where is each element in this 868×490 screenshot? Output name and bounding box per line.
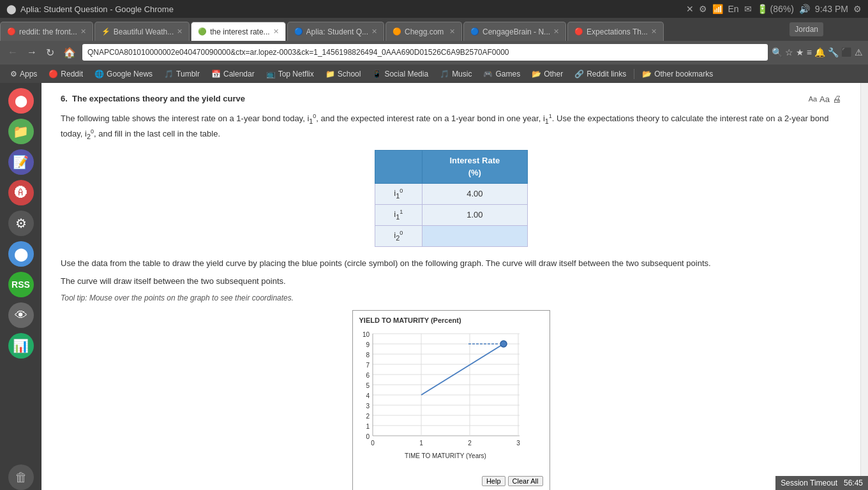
sidebar-ubuntu-icon[interactable]: ⬤ bbox=[8, 88, 34, 114]
graph-svg[interactable]: 10 9 8 7 6 5 4 3 2 1 0 bbox=[357, 327, 545, 474]
tab-weather[interactable]: ⚡ Beautiful Weath... ✕ bbox=[94, 22, 190, 41]
tab-favicon-chegg: 🟠 bbox=[393, 27, 401, 36]
x-label-2: 2 bbox=[468, 440, 472, 447]
tab-close-cengage[interactable]: ✕ bbox=[553, 27, 559, 36]
table-cell-input-3[interactable] bbox=[423, 226, 527, 247]
font-small[interactable]: Aa bbox=[809, 94, 817, 105]
i2-input[interactable] bbox=[449, 232, 500, 241]
bookmark-social-media[interactable]: 📱 Social Media bbox=[367, 68, 433, 80]
bookmark-google-news-label: Google News bbox=[107, 70, 153, 78]
interest-rate-table: Interest Rate(%) i10 4.00 i11 1.00 i20 bbox=[375, 150, 528, 247]
chrome-icon: ⬤ bbox=[6, 4, 17, 14]
tab-close-chegg[interactable]: ✕ bbox=[449, 27, 455, 36]
home-button[interactable]: 🏠 bbox=[61, 45, 79, 60]
bookmarks-separator bbox=[634, 69, 634, 79]
table-cell-value-1: 4.00 bbox=[423, 183, 527, 204]
rss-icon: RSS bbox=[11, 279, 30, 290]
social-media-icon: 📱 bbox=[372, 70, 382, 78]
sidebar-files-icon[interactable]: 📁 bbox=[8, 119, 34, 144]
tab-close-aplia[interactable]: ✕ bbox=[371, 27, 377, 36]
sidebar-settings-icon[interactable]: ⚙ bbox=[8, 211, 34, 236]
other-bookmarks-icon: 📂 bbox=[642, 70, 652, 78]
games-icon: 🎮 bbox=[483, 70, 493, 78]
tab-label-expectations: Expectations Th... bbox=[587, 27, 648, 36]
bookmark-apps[interactable]: ⚙ Apps bbox=[5, 68, 42, 80]
table-row-2: i11 1.00 bbox=[375, 205, 527, 226]
tab-chegg[interactable]: 🟠 Chegg.com ✕ bbox=[385, 22, 462, 41]
question-intro: The following table shows the interest r… bbox=[61, 112, 841, 142]
chrome-icon: ⬤ bbox=[14, 246, 28, 262]
tab-cengage[interactable]: 🔵 CengageBrain - N... ✕ bbox=[463, 22, 566, 41]
music-icon: 🎵 bbox=[440, 70, 449, 78]
zoom-icon[interactable]: 🔍 bbox=[772, 47, 782, 57]
table-cell-label-2: i11 bbox=[375, 205, 423, 226]
bookmark-reddit-links[interactable]: 🔗 Reddit links bbox=[569, 68, 631, 80]
tab-aplia[interactable]: 🔵 Aplia: Student Q... ✕ bbox=[287, 22, 384, 41]
settings-icon: ⚙ bbox=[853, 4, 862, 14]
title-bar: ⬤ Aplia: Student Question - Google Chrom… bbox=[0, 0, 868, 18]
url-input[interactable] bbox=[82, 44, 768, 61]
data-point[interactable] bbox=[500, 341, 507, 347]
bookmark-other[interactable]: 📂 Other bbox=[527, 68, 568, 80]
graph-y-label: YIELD TO MATURITY (Percent) bbox=[356, 314, 546, 327]
table-row-1: i10 4.00 bbox=[375, 183, 527, 204]
bookmark-icon[interactable]: ★ bbox=[796, 47, 804, 57]
sidebar-monitor-icon[interactable]: 📊 bbox=[8, 333, 34, 359]
y-label-3: 3 bbox=[366, 403, 370, 410]
tab-expectations[interactable]: 🔴 Expectations Th... ✕ bbox=[567, 22, 664, 41]
graph-controls: Help Clear All bbox=[356, 474, 546, 488]
bookmark-other-bookmarks[interactable]: 📂 Other bookmarks bbox=[637, 68, 718, 80]
bookmark-music[interactable]: 🎵 Music bbox=[435, 68, 477, 80]
font-medium[interactable]: Aa bbox=[819, 93, 830, 106]
tab-favicon-aplia: 🔵 bbox=[294, 27, 303, 36]
question-number: 6. bbox=[61, 94, 70, 103]
session-timeout: Session Timeout 56:45 bbox=[775, 476, 868, 490]
bookmark-tumblr[interactable]: 🎵 Tumblr bbox=[159, 68, 205, 80]
tab-close-interest[interactable]: ✕ bbox=[273, 27, 279, 36]
tab-close-weather[interactable]: ✕ bbox=[177, 27, 183, 36]
tab-interest[interactable]: 🟢 the interest rate... ✕ bbox=[191, 22, 285, 41]
print-icon[interactable]: 🖨 bbox=[832, 93, 841, 106]
bookmark-google-news[interactable]: 🌐 Google News bbox=[89, 68, 158, 80]
sidebar-rss-icon[interactable]: RSS bbox=[8, 272, 34, 297]
back-button[interactable]: ← bbox=[5, 45, 20, 59]
sidebar-app2-icon[interactable]: 👁 bbox=[8, 302, 34, 328]
sidebar-text-icon[interactable]: 📝 bbox=[8, 149, 34, 175]
bookmark-school-label: School bbox=[338, 70, 361, 78]
scrollbar[interactable] bbox=[860, 83, 868, 490]
sidebar-trash-icon[interactable]: 🗑 bbox=[8, 464, 34, 490]
extension-icon-2[interactable]: ⬛ bbox=[841, 47, 852, 57]
menu-icon[interactable]: ≡ bbox=[807, 47, 812, 57]
bookmark-games[interactable]: 🎮 Games bbox=[478, 68, 525, 80]
table-cell-label-3: i20 bbox=[375, 226, 423, 247]
bookmark-netflix[interactable]: 📺 Top Netflix bbox=[261, 68, 319, 80]
clear-all-button[interactable]: Clear All bbox=[508, 476, 543, 486]
clock: 9:43 PM bbox=[815, 4, 848, 14]
table-cell-label-1: i10 bbox=[375, 183, 423, 204]
table-col-bond bbox=[375, 150, 423, 183]
reload-button[interactable]: ↻ bbox=[43, 45, 57, 60]
bookmark-reddit[interactable]: 🔴 Reddit bbox=[43, 68, 88, 80]
bookmark-social-media-label: Social Media bbox=[384, 70, 428, 78]
help-button[interactable]: Help bbox=[482, 476, 505, 486]
graph-inner[interactable]: 10 9 8 7 6 5 4 3 2 1 0 bbox=[357, 327, 545, 474]
tab-close-reddit[interactable]: ✕ bbox=[80, 27, 86, 36]
bookmarks-bar: ⚙ Apps 🔴 Reddit 🌐 Google News 🎵 Tumblr 📅… bbox=[0, 64, 868, 83]
network-icon: 📶 bbox=[712, 4, 723, 14]
sidebar-chrome-icon[interactable]: ⬤ bbox=[8, 241, 34, 267]
bookmark-school[interactable]: 📁 School bbox=[320, 68, 366, 80]
forward-button[interactable]: → bbox=[24, 45, 40, 59]
y-label-9: 9 bbox=[366, 341, 370, 348]
extension-icon-3[interactable]: ⚠ bbox=[855, 47, 863, 57]
lang-indicator: En bbox=[728, 4, 739, 14]
bookmark-other-bookmarks-label: Other bookmarks bbox=[654, 70, 713, 78]
tab-reddit[interactable]: 🔴 reddit: the front... ✕ bbox=[0, 22, 93, 41]
address-action-icons: 🔍 ☆ ★ ≡ 🔔 🔧 ⬛ ⚠ bbox=[772, 47, 863, 57]
y-label-2: 2 bbox=[366, 413, 370, 420]
extension-icon-1[interactable]: 🔧 bbox=[828, 47, 839, 57]
notification-icon[interactable]: 🔔 bbox=[814, 47, 825, 57]
star-icon[interactable]: ☆ bbox=[785, 47, 793, 57]
sidebar-software-icon[interactable]: 🅐 bbox=[8, 180, 34, 205]
bookmark-calendar[interactable]: 📅 Calendar bbox=[206, 68, 260, 80]
tab-close-expectations[interactable]: ✕ bbox=[651, 27, 657, 36]
